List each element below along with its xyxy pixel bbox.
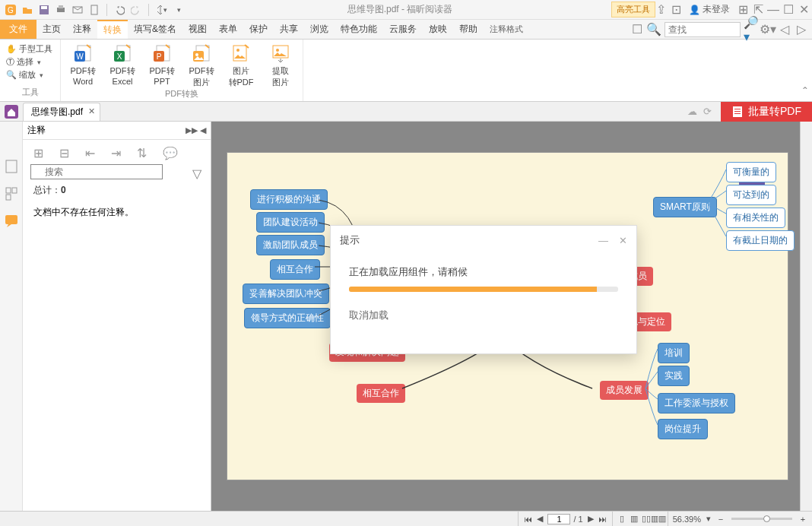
doc-icon[interactable] [88, 4, 100, 16]
pdf-to-ppt-button[interactable]: P PDF转PPT [146, 43, 178, 88]
print-icon[interactable] [55, 4, 67, 16]
menu-convert[interactable]: 转换 [97, 20, 128, 39]
menu-fillsign[interactable]: 填写&签名 [128, 20, 182, 39]
menu-browse[interactable]: 浏览 [304, 20, 335, 39]
menu-protect[interactable]: 保护 [243, 20, 274, 39]
redo-icon[interactable] [130, 4, 142, 16]
extract-img-button[interactable]: 提取图片 [265, 43, 297, 88]
nav-prev-icon[interactable]: ◁ [779, 24, 791, 36]
pdf-to-img-button[interactable]: PDF转图片 [186, 43, 217, 88]
two-cont-icon[interactable]: ▥▥ [654, 515, 663, 524]
batch-convert-button[interactable]: 批量转PDF [721, 102, 812, 122]
panel-expand-icon[interactable]: ▶▶ [186, 125, 198, 135]
img-to-pdf-button[interactable]: 图片转PDF [225, 43, 257, 88]
zoom-dropdown-icon[interactable]: ▾ [704, 515, 713, 524]
scroll-mode-icon[interactable] [155, 4, 167, 16]
page-input[interactable] [547, 514, 570, 524]
zoom-slider[interactable] [731, 518, 792, 520]
maximize-icon[interactable]: ☐ [783, 5, 794, 15]
ribbon-convert-group: W PDF转Word X PDF转Excel P PDF转PPT PDF转图片 … [61, 40, 303, 101]
save-icon[interactable] [38, 4, 50, 16]
search-go-icon[interactable]: 🔎▾ [745, 24, 757, 36]
dialog-close-icon[interactable]: ✕ [619, 235, 627, 246]
folder-search-icon[interactable]: 🔍 [648, 24, 660, 36]
annot-collapse-icon[interactable]: ⊟ [59, 146, 71, 158]
annot-search-input[interactable] [30, 164, 163, 179]
vertical-scrollbar[interactable] [800, 122, 812, 511]
panel-collapse-icon[interactable]: ◀ [200, 125, 206, 135]
pdf-to-excel-button[interactable]: X PDF转Excel [106, 43, 138, 88]
page-nav: ⏮ ◀ / 1 ▶ ⏭ [518, 512, 611, 526]
close-icon[interactable]: ✕ [798, 5, 809, 15]
cloud-up-icon[interactable]: ☁ [687, 106, 697, 117]
annot-prev-icon[interactable]: ⇤ [85, 146, 97, 158]
menu-special[interactable]: 特色功能 [335, 20, 383, 39]
rail-thumbs-icon[interactable] [5, 187, 18, 201]
mindmap-node: 领导方式的正确性 [244, 308, 331, 328]
search-input[interactable] [665, 22, 741, 37]
svg-rect-5 [59, 5, 63, 8]
select-tool[interactable]: Ⓣ选择 [6, 55, 54, 68]
nav-next-icon[interactable]: ▷ [795, 24, 807, 36]
filter-icon[interactable]: ▽ [192, 166, 203, 177]
single-page-icon[interactable]: ▯ [617, 515, 626, 524]
annot-empty-msg: 文档中不存在任何注释。 [23, 201, 211, 223]
email-icon[interactable] [71, 4, 84, 16]
doc-icon [731, 106, 744, 118]
options-icon[interactable]: ⊡ [671, 5, 681, 15]
menu-form[interactable]: 表单 [213, 20, 243, 39]
zoom-tool[interactable]: 🔍缩放 [6, 68, 54, 81]
settings-icon[interactable]: ⚙▾ [762, 24, 774, 36]
open-icon[interactable] [21, 4, 33, 16]
minimize-icon[interactable]: — [768, 5, 779, 15]
pin-icon[interactable]: ⇱ [753, 5, 763, 15]
bookmark-icon[interactable]: ☐ [631, 24, 643, 36]
menu-present[interactable]: 放映 [423, 20, 453, 39]
rail-annot-icon[interactable] [5, 214, 18, 228]
app-icon[interactable]: G [5, 4, 17, 16]
menu-cloud[interactable]: 云服务 [383, 20, 423, 39]
menu-right: ☐ 🔍 🔎▾ ⚙▾ ◁ ▷ [631, 20, 812, 39]
qa-more-icon[interactable] [172, 4, 184, 16]
annot-sort-icon[interactable]: ⇅ [137, 146, 149, 158]
menu-view[interactable]: 视图 [182, 20, 213, 39]
menu-annot[interactable]: 注释 [67, 20, 97, 39]
annot-next-icon[interactable]: ⇥ [111, 146, 123, 158]
user-icon: 👤 [689, 5, 699, 15]
menu-annot-format[interactable]: 注释格式 [484, 20, 529, 39]
doc-tab-close-icon[interactable]: ✕ [88, 106, 95, 116]
cancel-load-button[interactable]: 取消加载 [349, 309, 618, 322]
status-bar: ⏮ ◀ / 1 ▶ ⏭ ▯ ▥ ▯▯ ▥▥ 56.39% ▾ − + [0, 511, 812, 526]
doc-tab[interactable]: 思维导图.pdf ✕ [23, 103, 100, 121]
app-home-icon[interactable] [0, 105, 23, 119]
rail-page-icon[interactable] [5, 160, 18, 173]
mindmap-node: 培训 [658, 343, 690, 363]
first-page-icon[interactable]: ⏮ [523, 515, 532, 524]
hand-tool[interactable]: ✋手型工具 [6, 43, 54, 55]
login-button[interactable]: 👤 未登录 [686, 3, 733, 16]
last-page-icon[interactable]: ⏭ [598, 515, 607, 524]
zoom-out-icon[interactable]: − [716, 515, 725, 524]
menu-help[interactable]: 帮助 [453, 20, 484, 39]
dialog-minimize-icon[interactable]: — [598, 235, 608, 246]
continuous-icon[interactable]: ▥ [630, 515, 639, 524]
cloud-sync-icon[interactable]: ⟳ [703, 106, 712, 117]
grid-icon[interactable]: ⊞ [737, 5, 748, 15]
pdf-to-word-button[interactable]: W PDF转Word [67, 43, 99, 88]
zoom-in-icon[interactable]: + [798, 515, 807, 524]
quick-access: G [0, 4, 189, 16]
menu-home[interactable]: 主页 [36, 20, 67, 39]
highlight-tool-tag[interactable]: 高亮工具 [611, 2, 655, 17]
ribbon-collapse-icon[interactable]: ˆ [798, 40, 812, 101]
annot-expand-icon[interactable]: ⊞ [33, 146, 46, 158]
annot-comment-icon[interactable]: 💬 [163, 146, 175, 158]
next-page-icon[interactable]: ▶ [586, 515, 595, 524]
svg-rect-7 [91, 5, 97, 14]
menu-share[interactable]: 共享 [274, 20, 304, 39]
prev-page-icon[interactable]: ◀ [535, 515, 544, 524]
undo-icon[interactable] [113, 4, 125, 16]
svg-rect-33 [5, 215, 17, 224]
share-icon[interactable]: ⇪ [655, 5, 666, 15]
menu-file[interactable]: 文件 [0, 20, 36, 39]
two-page-icon[interactable]: ▯▯ [642, 515, 651, 524]
